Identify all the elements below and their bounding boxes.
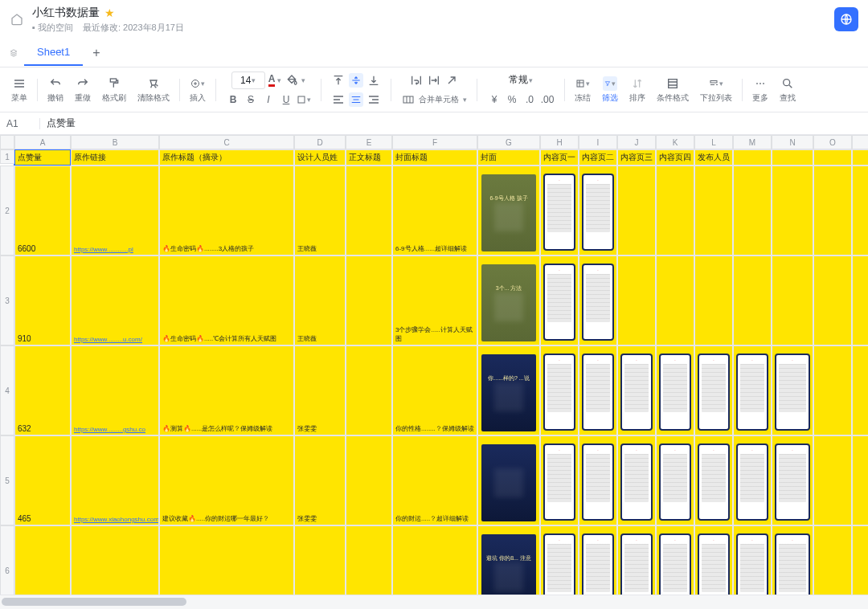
empty-cell[interactable] — [694, 166, 733, 255]
link-cell[interactable] — [71, 525, 159, 595]
content-card-cell[interactable]: · — [694, 345, 733, 435]
home-icon[interactable] — [10, 12, 24, 27]
align-left-button[interactable] — [331, 92, 346, 107]
body-title-cell[interactable] — [346, 166, 392, 255]
designer-cell[interactable]: 张雯雯 — [294, 435, 346, 525]
content-card-cell[interactable]: · — [540, 166, 579, 255]
col-header[interactable]: G — [477, 135, 540, 149]
row-header[interactable]: 6 — [0, 525, 14, 595]
empty-cell[interactable] — [813, 525, 852, 595]
row-header[interactable]: 3 — [0, 255, 14, 345]
link-cell[interactable]: https://www............pl — [71, 166, 159, 255]
content-card-cell[interactable]: · — [694, 435, 733, 525]
wrap-button[interactable] — [409, 73, 424, 88]
likes-cell[interactable]: 465 — [14, 435, 71, 525]
link-cell[interactable]: https://www.........gshu.co — [71, 345, 159, 435]
border-button[interactable]: ▾ — [297, 92, 311, 107]
col-header[interactable]: D — [294, 135, 346, 149]
align-center-button[interactable] — [349, 92, 363, 107]
title-cell[interactable]: 🔥生命密码🔥.....℃会计算所有人天赋图 — [159, 255, 294, 345]
cover-title-cell[interactable]: 你的性格........？保姆级解读 — [392, 345, 477, 435]
column-header-cell[interactable]: 内容页二 — [579, 149, 617, 166]
percent-button[interactable]: % — [505, 92, 519, 107]
col-header[interactable]: P — [852, 135, 868, 149]
undo-button[interactable]: 撤销 — [43, 75, 68, 105]
designer-cell[interactable]: 张雯雯 — [294, 525, 346, 595]
text-color-button[interactable]: A▾ — [268, 74, 282, 87]
link-cell[interactable]: https://www.xiaohongshu.com/user/prof — [71, 435, 159, 525]
dec-dec-button[interactable]: .00 — [540, 92, 555, 107]
currency-button[interactable]: ¥ — [487, 92, 502, 107]
col-header[interactable]: B — [71, 135, 159, 149]
conditional-format-button[interactable]: 条件格式 — [652, 75, 694, 105]
insert-button[interactable]: ▾ 插入 — [185, 75, 211, 105]
dropdown-list-button[interactable]: ▾ 下拉列表 — [695, 75, 737, 105]
body-title-cell[interactable] — [346, 435, 392, 525]
content-card-cell[interactable]: · — [540, 525, 579, 595]
sheet-tab-active[interactable]: Sheet1 — [24, 39, 83, 66]
col-header[interactable]: I — [579, 135, 617, 149]
spreadsheet-grid[interactable]: ABCDEFGHIJKLMNOP1点赞量原作链接原作标题（摘录）设计人员姓名正文… — [0, 135, 868, 595]
column-header-cell[interactable]: 原作链接 — [71, 149, 159, 166]
column-header-cell[interactable]: 封面 — [477, 149, 540, 166]
body-title-cell[interactable] — [346, 255, 392, 345]
col-header[interactable]: L — [694, 135, 733, 149]
merge-cells-button[interactable] — [401, 92, 416, 107]
empty-cell[interactable] — [852, 435, 868, 525]
column-header-cell[interactable]: 内容页一 — [540, 149, 579, 166]
fill-color-button[interactable]: ▾ — [285, 73, 305, 88]
content-card-cell[interactable]: · — [694, 525, 733, 595]
empty-cell[interactable] — [813, 166, 852, 255]
content-card-cell[interactable]: · — [579, 435, 617, 525]
col-header[interactable]: M — [733, 135, 772, 149]
italic-button[interactable]: I — [261, 92, 276, 107]
body-title-cell[interactable] — [346, 345, 392, 435]
column-header-cell[interactable]: 发布人员 — [694, 149, 733, 166]
column-header-cell[interactable] — [772, 149, 813, 166]
empty-cell[interactable] — [772, 255, 813, 345]
empty-cell[interactable] — [852, 255, 868, 345]
valign-middle-button[interactable] — [349, 73, 363, 88]
designer-cell[interactable]: 王晓薇 — [294, 255, 346, 345]
cover-thumb-cell[interactable]: 3个... 方法 — [477, 255, 540, 345]
column-header-cell[interactable]: 封面标题 — [392, 149, 477, 166]
empty-cell[interactable] — [733, 166, 772, 255]
empty-cell[interactable] — [617, 166, 656, 255]
number-format-select[interactable]: 常规▾ — [506, 73, 536, 87]
column-header-cell[interactable] — [813, 149, 852, 166]
title-cell[interactable]: 🔥测算🔥......是怎么样呢？保姆级解读 — [159, 345, 294, 435]
empty-cell[interactable] — [852, 525, 868, 595]
title-cell[interactable]: 建议收藏🔥.....你的财运哪一年最好？ — [159, 435, 294, 525]
content-card-cell[interactable]: · — [579, 166, 617, 255]
format-painter-button[interactable]: 格式刷 — [97, 75, 131, 105]
content-card-cell[interactable]: · — [617, 525, 656, 595]
cover-title-cell[interactable]: 3个步骤学会.....计算人天赋图 — [392, 255, 477, 345]
title-cell[interactable] — [159, 525, 294, 595]
dec-inc-button[interactable]: .0 — [522, 92, 537, 107]
col-header[interactable]: A — [14, 135, 71, 149]
cell-address[interactable]: A1 — [0, 118, 40, 129]
empty-cell[interactable] — [813, 345, 852, 435]
empty-cell[interactable] — [617, 255, 656, 345]
column-header-cell[interactable]: 原作标题（摘录） — [159, 149, 294, 166]
col-header[interactable]: J — [617, 135, 656, 149]
body-title-cell[interactable]: 避坑指南 — [346, 525, 392, 595]
valign-bottom-button[interactable] — [366, 73, 381, 88]
cover-title-cell[interactable]: 你的财运.....？超详细解读 — [392, 435, 477, 525]
col-header[interactable]: F — [392, 135, 477, 149]
likes-cell[interactable]: 632 — [14, 345, 71, 435]
column-header-cell[interactable]: 内容页三 — [617, 149, 656, 166]
bold-button[interactable]: B — [226, 92, 240, 107]
content-card-cell[interactable]: · — [772, 345, 813, 435]
likes-cell[interactable]: 6600 — [14, 166, 71, 255]
horizontal-scrollbar[interactable] — [0, 595, 868, 609]
content-card-cell[interactable]: · — [540, 255, 579, 345]
content-card-cell[interactable]: · — [733, 525, 772, 595]
overflow-button[interactable] — [427, 73, 441, 88]
content-card-cell[interactable]: · — [579, 255, 617, 345]
column-header-cell[interactable] — [852, 149, 868, 166]
share-button[interactable] — [834, 7, 858, 31]
more-button[interactable]: ⋯ 更多 — [747, 75, 773, 105]
likes-cell[interactable]: 910 — [14, 255, 71, 345]
strike-button[interactable]: S — [244, 92, 258, 107]
